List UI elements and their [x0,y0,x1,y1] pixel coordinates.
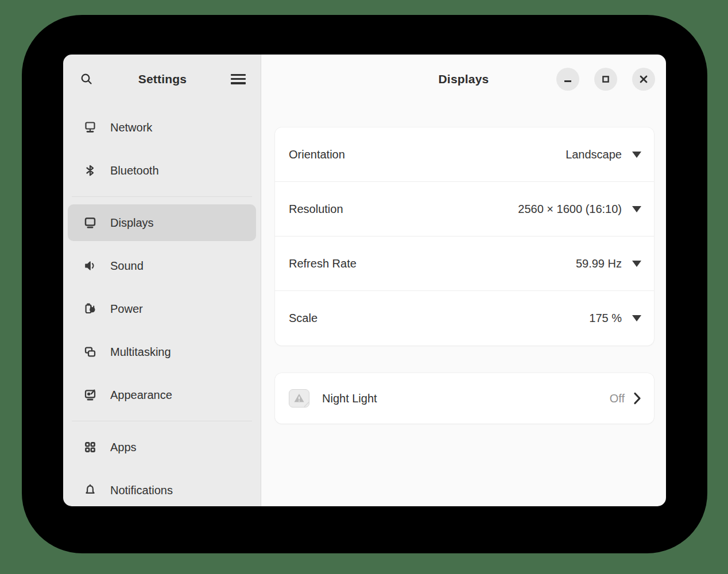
sidebar-nav: NetworkBluetoothDisplaysSoundPowerMultit… [63,103,261,506]
appearance-icon [83,388,97,402]
displays-icon [83,216,97,230]
sidebar-item-notifications[interactable]: Notifications [68,472,256,506]
sidebar-divider [72,421,252,421]
chevron-right-icon [633,392,641,405]
window-controls [556,55,655,103]
app-title: Settings [95,72,230,86]
resolution-row[interactable]: Resolution2560 × 1600 (16:10) [275,182,654,236]
sidebar-item-displays[interactable]: Displays [68,204,256,241]
main-header: Displays [261,55,666,103]
setting-value: 175 % [589,312,622,325]
setting-label: Scale [289,312,589,325]
night-light-label: Night Light [322,392,610,405]
refresh-rate-row[interactable]: Refresh Rate59.99 Hz [275,236,654,291]
close-button[interactable] [632,68,655,91]
sidebar-item-label: Notifications [110,484,173,497]
sidebar-item-network[interactable]: Network [68,109,256,146]
sidebar-item-label: Multitasking [110,346,171,359]
setting-value: Landscape [566,148,622,161]
maximize-icon [601,75,610,84]
setting-value: 2560 × 1600 (16:10) [518,203,622,216]
dropdown-arrow-icon [632,261,641,267]
sidebar-item-label: Appearance [110,389,172,402]
sidebar-item-label: Network [110,121,152,134]
setting-label: Resolution [289,203,518,216]
sound-icon [83,259,97,273]
sidebar: Settings NetworkBluetoothDisplaysSoundPo… [63,55,261,506]
sidebar-divider [72,196,252,197]
sidebar-item-label: Bluetooth [110,164,159,177]
night-light-icon [289,389,309,408]
sidebar-item-label: Apps [110,441,137,454]
sidebar-item-multitasking[interactable]: Multitasking [68,333,256,370]
settings-window: Settings NetworkBluetoothDisplaysSoundPo… [63,55,666,506]
display-settings-content: OrientationLandscapeResolution2560 × 160… [261,103,666,424]
sidebar-header: Settings [63,55,261,103]
page-title: Displays [439,72,489,86]
sidebar-item-sound[interactable]: Sound [68,247,256,284]
night-light-status: Off [610,392,625,405]
minimize-button[interactable] [556,68,579,91]
bluetooth-icon [83,164,97,177]
setting-label: Refresh Rate [289,257,576,270]
dropdown-arrow-icon [632,315,641,321]
power-icon [83,302,97,316]
minimize-icon [563,75,572,84]
setting-value: 59.99 Hz [576,257,622,270]
sidebar-item-power[interactable]: Power [68,290,256,327]
scale-row[interactable]: Scale175 % [275,291,654,346]
sidebar-item-label: Power [110,302,143,316]
network-icon [83,121,97,134]
search-button[interactable] [78,71,95,88]
dropdown-arrow-icon [632,206,641,212]
sidebar-item-appearance[interactable]: Appearance [68,377,256,413]
sidebar-item-apps[interactable]: Apps [68,429,256,466]
setting-label: Orientation [289,148,566,161]
multitasking-icon [83,345,97,359]
maximize-button[interactable] [594,68,617,91]
close-icon [639,75,648,84]
sidebar-item-label: Sound [110,259,144,273]
display-settings-card: OrientationLandscapeResolution2560 × 160… [275,127,654,346]
sidebar-item-bluetooth[interactable]: Bluetooth [68,152,256,189]
main-pane: Displays [261,55,666,506]
night-light-row[interactable]: Night Light Off [275,373,654,424]
dropdown-arrow-icon [632,152,641,158]
notifications-icon [83,483,97,497]
apps-icon [83,440,97,454]
orientation-row[interactable]: OrientationLandscape [275,127,654,182]
sidebar-item-label: Displays [110,216,154,230]
main-menu-button[interactable] [230,71,247,88]
search-icon [80,72,94,86]
hamburger-icon [231,74,246,84]
